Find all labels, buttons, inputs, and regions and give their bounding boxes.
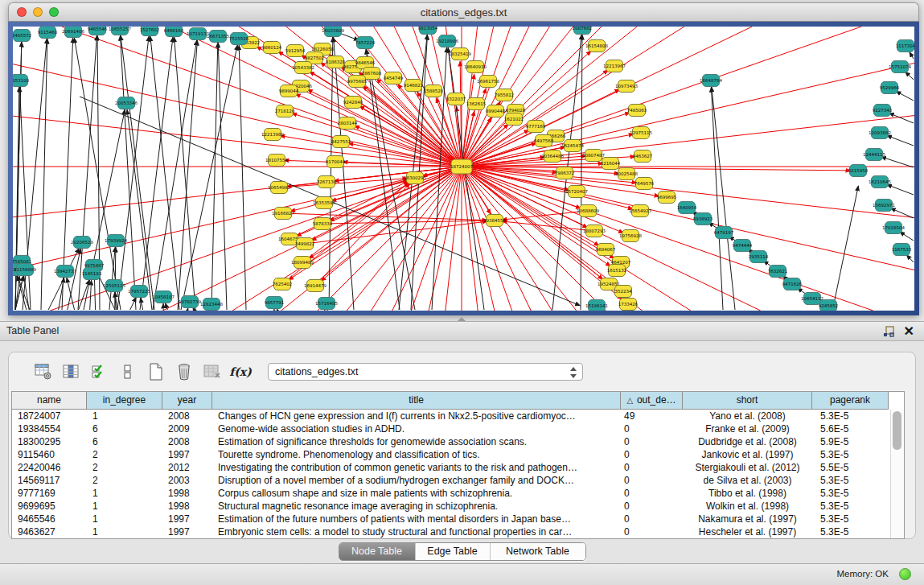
graph-node[interactable]: 1615132 (607, 265, 627, 277)
graph-node[interactable]: 10782739 (179, 296, 201, 308)
cell-in_degree[interactable]: 1 (87, 487, 162, 500)
table-settings-icon[interactable] (33, 361, 54, 382)
graph-node[interactable]: 7485063 (627, 105, 647, 117)
graph-node[interactable]: 9529966 (880, 82, 900, 94)
graph-node[interactable]: 6479197 (714, 227, 734, 239)
graph-node[interactable]: 10973493 (615, 80, 638, 93)
graph-node[interactable]: 9146821 (404, 80, 424, 92)
cell-title[interactable]: Corpus callosum shape and size in male p… (212, 487, 621, 500)
cell-pagerank[interactable]: 5.3E-5 (812, 410, 889, 422)
graph-node[interactable]: 19166827 (272, 208, 294, 220)
cell-pagerank[interactable]: 5.3E-5 (812, 513, 889, 525)
float-panel-icon[interactable] (882, 325, 895, 338)
cell-short[interactable]: Hescheler et al. (1997) (683, 525, 812, 538)
column-header-name[interactable]: name (12, 392, 87, 410)
graph-node[interactable]: 9227343 (873, 105, 893, 117)
graph-node[interactable]: 2718120 (275, 105, 295, 117)
graph-node[interactable]: 12505115 (103, 280, 125, 292)
cell-out_degree[interactable]: 0 (621, 500, 683, 513)
graph-node[interactable]: 12444115 (863, 149, 885, 161)
table-row[interactable]: 977716911998Corpus callosum shape and si… (12, 487, 904, 500)
graph-node[interactable]: 16914479 (304, 280, 326, 292)
cell-title[interactable]: Embryonic stem cells: a model to study s… (212, 525, 621, 538)
cell-year[interactable]: 1997 (162, 448, 212, 461)
cell-out_degree[interactable]: 0 (621, 461, 683, 474)
column-header-year[interactable]: year (162, 392, 212, 410)
graph-node[interactable]: 9474444 (733, 240, 753, 252)
graph-node[interactable]: 8938923 (693, 213, 713, 225)
cell-in_degree[interactable]: 2 (87, 448, 162, 461)
graph-node[interactable]: 12975115 (630, 127, 652, 139)
graph-node[interactable]: 9684067 (596, 244, 616, 256)
graph-node[interactable]: 18107554 (265, 154, 288, 167)
cell-short[interactable]: Dudbridge et al. (2008) (683, 435, 812, 448)
graph-node[interactable]: 17957225 (128, 286, 150, 298)
graph-node[interactable]: 15716485 (315, 298, 338, 310)
cell-short[interactable]: Wolkin et al. (1998) (683, 500, 812, 513)
graph-node[interactable]: 12093882 (869, 127, 891, 139)
graph-node[interactable]: 8322037 (446, 93, 466, 105)
graph-node[interactable]: 1117304 (896, 40, 914, 52)
cell-in_degree[interactable]: 6 (87, 422, 162, 435)
graph-node[interactable]: 1527602 (140, 27, 160, 36)
tab-node-table[interactable]: Node Table (339, 543, 415, 560)
graph-node[interactable]: 1362615 (466, 98, 487, 110)
function-builder-icon[interactable]: f(x) (230, 361, 251, 382)
graph-node[interactable]: 7515526 (229, 33, 249, 45)
graph-node[interactable]: 12213967 (603, 60, 626, 72)
graph-node[interactable]: 9777169 (526, 121, 546, 133)
delete-table-icon[interactable] (202, 361, 223, 382)
graph-node[interactable]: 16671355 (207, 31, 229, 43)
graph-node[interactable]: 8215958 (848, 165, 869, 177)
table-row[interactable]: 969969511998Structural magnetic resonanc… (12, 500, 904, 513)
graph-node[interactable]: 16245474 (561, 140, 584, 152)
graph-node[interactable]: 16353598 (313, 197, 335, 209)
graph-node[interactable]: 1640954 (677, 202, 697, 214)
cell-title[interactable]: Estimation of the future numbers of pati… (212, 513, 621, 525)
cell-year[interactable]: 2008 (162, 410, 212, 422)
tab-edge-table[interactable]: Edge Table (415, 543, 490, 560)
graph-node[interactable]: 5912954 (285, 45, 306, 57)
graph-node[interactable]: 18099489 (291, 257, 314, 269)
graph-node[interactable]: 2935114 (749, 251, 769, 263)
graph-node[interactable]: 15654923 (629, 205, 651, 217)
graph-node[interactable]: 12213989 (261, 129, 284, 141)
cell-title[interactable]: Estimation of significance thresholds fo… (212, 435, 621, 448)
cell-name[interactable]: 18724007 (12, 410, 87, 422)
cell-short[interactable]: Yano et al. (2008) (683, 410, 812, 422)
column-header-in_degree[interactable]: in_degree (87, 392, 162, 410)
cell-in_degree[interactable]: 1 (87, 513, 162, 525)
cell-year[interactable]: 2009 (162, 422, 212, 435)
cell-title[interactable]: Disruption of a novel member of a sodium… (212, 474, 621, 487)
graph-node[interactable]: 8990448 (486, 105, 506, 117)
graph-node[interactable]: 20206528 (71, 237, 93, 249)
graph-node[interactable]: 10654982 (268, 182, 290, 194)
cell-short[interactable]: Nakamura et al. (1997) (683, 513, 812, 525)
cell-out_degree[interactable]: 0 (621, 422, 683, 435)
graph-node[interactable]: 7955812 (495, 89, 515, 101)
graph-node[interactable]: 9899044 (279, 85, 299, 97)
cell-year[interactable]: 1998 (162, 500, 212, 513)
graph-node[interactable]: 16033809 (322, 27, 344, 37)
cell-title[interactable]: Tourette syndrome. Phenomenology and cla… (212, 448, 621, 461)
graph-node[interactable]: 7986372 (555, 167, 575, 179)
graph-node[interactable]: 9242848 (343, 97, 363, 109)
cell-short[interactable]: Jankovic et al. (1997) (683, 448, 812, 461)
cell-year[interactable]: 1998 (162, 487, 212, 500)
cell-pagerank[interactable]: 5.9E-5 (812, 435, 889, 448)
graph-node[interactable]: 9245652 (819, 300, 839, 311)
cell-short[interactable]: Tibbo et al. (1998) (683, 487, 812, 500)
graph-node[interactable]: 7632621 (768, 266, 788, 278)
graph-node[interactable]: 9115460 (38, 27, 58, 39)
select-columns-icon[interactable] (61, 361, 82, 382)
graph-node[interactable]: 19384554 (483, 215, 506, 227)
tab-network-table[interactable]: Network Table (490, 543, 585, 560)
cell-name[interactable]: 18300295 (12, 435, 87, 448)
graph-node[interactable]: 11156889 (14, 264, 36, 276)
cell-in_degree[interactable]: 1 (87, 410, 162, 422)
graph-node[interactable]: 16210645 (869, 176, 891, 188)
table-row[interactable]: 946554611997Estimation of the future num… (12, 513, 904, 525)
cell-out_degree[interactable]: 0 (621, 435, 683, 448)
graph-node[interactable]: 15692971 (873, 200, 895, 212)
column-header-title[interactable]: title (212, 392, 621, 410)
